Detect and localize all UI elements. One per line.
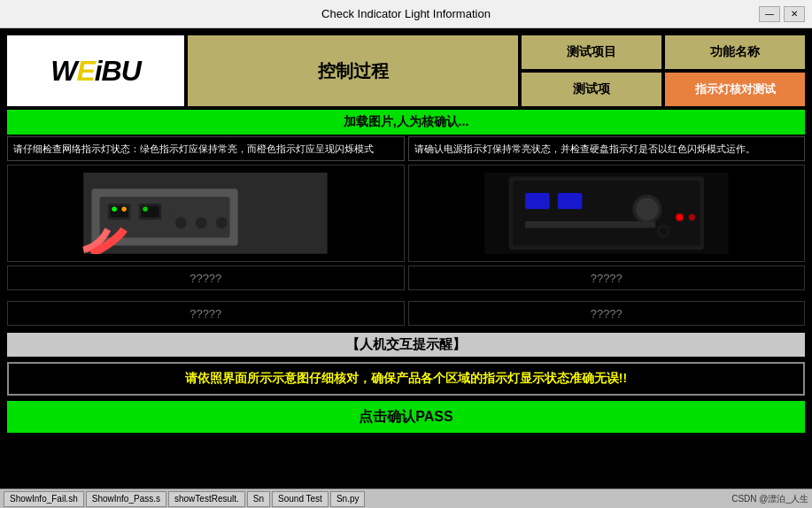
result-row-2: ????? ????? bbox=[7, 301, 805, 326]
right-result-2-text: ????? bbox=[591, 307, 623, 320]
left-desc-text: 请仔细检查网络指示灯状态：绿色指示灯应保持常亮，而橙色指示灯应呈现闪烁模式 bbox=[13, 142, 374, 156]
taskbar-item-0[interactable]: ShowInfo_Fail.sh bbox=[4, 491, 84, 507]
image-row bbox=[7, 165, 805, 262]
taskbar-item-5[interactable]: Sn.py bbox=[330, 491, 366, 507]
svg-point-5 bbox=[112, 207, 118, 212]
svg-rect-11 bbox=[197, 204, 213, 215]
taskbar-item-4[interactable]: Sound Test bbox=[272, 491, 329, 507]
right-result-1-text: ????? bbox=[591, 272, 623, 285]
function-name-value: 指示灯核对测试 bbox=[665, 73, 805, 106]
title-bar: Check Indicator Light Information — ✕ bbox=[0, 0, 812, 28]
svg-point-13 bbox=[196, 218, 207, 229]
status-text: 加载图片,人为核确认... bbox=[344, 114, 469, 130]
hmi-title: 【人机交互提示醒】 bbox=[7, 333, 805, 357]
svg-rect-17 bbox=[513, 181, 700, 245]
taskbar-brand: CSDN @漂泊_人生 bbox=[731, 493, 808, 505]
left-result-1-text: ????? bbox=[189, 272, 221, 285]
right-desc-text: 请确认电源指示灯保持常亮状态，并检查硬盘指示灯是否以红色闪烁模式运作。 bbox=[414, 142, 755, 156]
test-item-header: 测试项目 bbox=[522, 35, 661, 69]
status-bar: 加载图片,人为核确认... bbox=[7, 110, 805, 135]
logo: WEiBU bbox=[50, 55, 141, 88]
left-result-2-text: ????? bbox=[189, 307, 221, 320]
svg-point-6 bbox=[122, 207, 128, 212]
logo-cell: WEiBU bbox=[7, 35, 184, 106]
window-title: Check Indicator Light Information bbox=[321, 7, 491, 20]
right-image-cell bbox=[408, 165, 806, 262]
svg-point-27 bbox=[659, 227, 667, 235]
close-button[interactable]: ✕ bbox=[784, 6, 805, 22]
left-result-1: ????? bbox=[7, 266, 405, 290]
minimize-button[interactable]: — bbox=[759, 6, 780, 22]
left-image-cell bbox=[7, 165, 405, 262]
taskbar-item-1[interactable]: ShowInfo_Pass.s bbox=[86, 491, 166, 507]
svg-rect-10 bbox=[174, 204, 189, 215]
right-port-image bbox=[429, 173, 785, 254]
control-process-label: 控制过程 bbox=[318, 59, 389, 83]
svg-rect-25 bbox=[525, 221, 655, 227]
right-description: 请确认电源指示灯保持常亮状态，并检查硬盘指示灯是否以红色闪烁模式运作。 bbox=[408, 136, 806, 161]
right-result-2: ????? bbox=[408, 301, 806, 326]
right-info-grid: 测试项目 功能名称 测试项 指示灯核对测试 bbox=[522, 35, 805, 106]
left-port-image bbox=[27, 173, 383, 254]
taskbar-item-3[interactable]: Sn bbox=[247, 491, 270, 507]
function-name-header: 功能名称 bbox=[665, 35, 805, 69]
control-process-cell: 控制过程 bbox=[188, 35, 518, 106]
svg-point-14 bbox=[216, 218, 228, 229]
taskbar-item-2[interactable]: showTestResult. bbox=[168, 491, 245, 507]
test-label-cell: 测试项 bbox=[522, 73, 661, 106]
top-row: WEiBU 控制过程 测试项目 功能名称 测试项 指示灯核对测试 bbox=[7, 35, 805, 106]
svg-point-9 bbox=[143, 207, 149, 212]
right-result-1: ????? bbox=[408, 266, 806, 290]
svg-rect-19 bbox=[558, 193, 583, 209]
pass-button[interactable]: 点击确认PASS bbox=[7, 401, 805, 433]
description-row: 请仔细检查网络指示灯状态：绿色指示灯应保持常亮，而橙色指示灯应呈现闪烁模式 请确… bbox=[7, 136, 805, 161]
svg-rect-18 bbox=[525, 193, 550, 209]
title-bar-controls: — ✕ bbox=[759, 6, 805, 22]
svg-point-21 bbox=[636, 198, 659, 221]
main-content: WEiBU 控制过程 测试项目 功能名称 测试项 指示灯核对测试 加载图片,人为… bbox=[0, 28, 812, 508]
svg-point-24 bbox=[688, 214, 694, 220]
left-description: 请仔细检查网络指示灯状态：绿色指示灯应保持常亮，而橙色指示灯应呈现闪烁模式 bbox=[7, 136, 405, 161]
left-result-2: ????? bbox=[7, 301, 405, 326]
result-row-1: ????? ????? bbox=[7, 266, 805, 290]
hmi-warning: 请依照界面所示示意图仔细核对，确保产品各个区域的指示灯显示状态准确无误!! bbox=[7, 362, 805, 396]
spacer bbox=[7, 294, 805, 301]
taskbar: ShowInfo_Fail.sh ShowInfo_Pass.s showTes… bbox=[0, 489, 812, 508]
svg-point-12 bbox=[175, 218, 187, 229]
svg-point-23 bbox=[677, 215, 683, 220]
